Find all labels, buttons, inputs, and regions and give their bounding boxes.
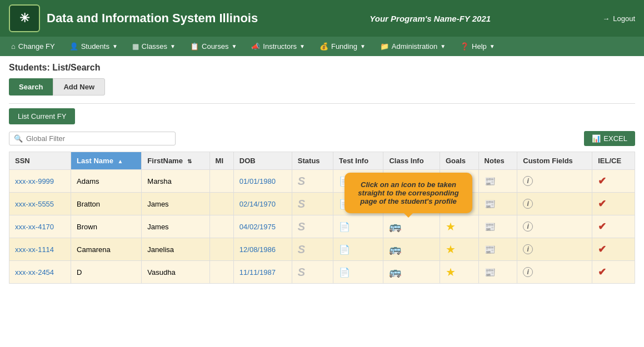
ssn-link[interactable]: xxx-xx-1114 [15, 245, 54, 254]
classes-icon: ▦ [132, 42, 139, 51]
ielce-icon[interactable]: ✔ [598, 221, 606, 232]
testinfo-icon[interactable]: 📄 [339, 267, 350, 278]
classinfo-icon[interactable]: 🚌 [389, 266, 401, 278]
ssn-link[interactable]: xxx-xx-4170 [15, 223, 54, 231]
customfields-icon[interactable]: i [523, 199, 533, 209]
ielce-icon[interactable]: ✔ [598, 266, 606, 278]
cell-goals: ★ [440, 238, 478, 261]
cell-ssn: xxx-xx-1114 [9, 238, 71, 261]
status-icon[interactable]: S [298, 220, 305, 233]
cell-ssn: xxx-xx-5555 [9, 193, 71, 215]
notes-icon[interactable]: 📰 [485, 244, 496, 255]
excel-button[interactable]: 📊 EXCEL [584, 131, 635, 146]
goals-icon[interactable]: ★ [446, 243, 456, 255]
col-firstname[interactable]: FirstName ⇅ [142, 152, 209, 170]
ssn-link[interactable]: xxx-xx-2454 [15, 268, 54, 276]
customfields-icon[interactable]: i [523, 222, 533, 232]
notes-icon[interactable]: 📰 [485, 199, 496, 209]
logout-button[interactable]: → Logout [602, 14, 635, 23]
ielce-icon[interactable]: ✔ [598, 198, 606, 209]
nav-item-classes[interactable]: ▦ Classes ▼ [126, 37, 182, 56]
col-classinfo[interactable]: Class Info [383, 152, 440, 170]
ielce-icon[interactable]: ✔ [598, 244, 606, 255]
customfields-icon[interactable]: i [523, 176, 533, 186]
cell-dob: 02/14/1970 [233, 193, 292, 215]
cell-firstname: Vasudha [142, 261, 209, 284]
col-notes[interactable]: Notes [478, 152, 517, 170]
search-button[interactable]: Search [9, 78, 53, 95]
header-left: ✳ Data and Information System Illinois [9, 4, 258, 32]
help-icon: ❓ [460, 42, 469, 51]
status-icon[interactable]: S [298, 175, 305, 187]
status-icon[interactable]: S [298, 243, 305, 255]
goals-icon[interactable]: ★ [446, 266, 456, 278]
cell-notes: 📰 [478, 170, 517, 193]
logout-icon: → [602, 14, 610, 23]
chevron-down-icon: ▼ [112, 43, 118, 49]
search-input[interactable] [26, 134, 171, 143]
testinfo-icon[interactable]: 📄 [339, 244, 350, 255]
testinfo-icon[interactable]: 📄 [339, 222, 350, 232]
chevron-down-icon: ▼ [299, 43, 305, 49]
cell-goals: ★ [440, 215, 478, 238]
cell-status: S [292, 170, 333, 193]
nav-item-courses[interactable]: 📋 Courses ▼ [183, 37, 243, 56]
page-title: Students: List/Search [9, 63, 635, 73]
col-status[interactable]: Status [292, 152, 333, 170]
cell-customfields: i [517, 261, 592, 284]
classinfo-icon[interactable]: 🚌 [389, 220, 401, 233]
classinfo-icon[interactable]: 🚌 [389, 243, 401, 255]
chevron-down-icon: ▼ [360, 43, 366, 49]
cell-status: S [292, 261, 333, 284]
notes-icon[interactable]: 📰 [485, 222, 496, 232]
cell-firstname: James [142, 193, 209, 215]
nav-item-students[interactable]: 👤 Students ▼ [63, 37, 124, 56]
ielce-icon[interactable]: ✔ [598, 175, 606, 187]
list-current-fy-button[interactable]: List Current FY [9, 108, 75, 124]
students-icon: 👤 [69, 42, 78, 51]
cell-testinfo: 📄 [333, 238, 383, 261]
cell-customfields: i [517, 170, 592, 193]
cell-classinfo: 🚌 [383, 238, 440, 261]
cell-firstname: Janelisa [142, 238, 209, 261]
customfields-icon[interactable]: i [523, 267, 533, 277]
nav-item-administration[interactable]: 📁 Administration ▼ [373, 37, 452, 56]
col-goals[interactable]: Goals [440, 152, 478, 170]
col-customfields[interactable]: Custom Fields [517, 152, 592, 170]
ssn-link[interactable]: xxx-xx-9999 [15, 177, 54, 185]
table-row: xxx-xx-2454 D Vasudha 11/11/1987 S 📄 🚌 ★… [9, 261, 635, 284]
cell-dob: 01/01/1980 [233, 170, 292, 193]
search-icon: 🔍 [14, 134, 23, 143]
status-icon[interactable]: S [298, 266, 305, 278]
col-ssn[interactable]: SSN [9, 152, 71, 170]
cell-ssn: xxx-xx-2454 [9, 261, 71, 284]
cell-testinfo: 📄 [333, 261, 383, 284]
col-testinfo[interactable]: Test Info [333, 152, 383, 170]
col-dob[interactable]: DOB [233, 152, 292, 170]
cell-lastname: Adams [71, 170, 142, 193]
nav-item-changefy[interactable]: ⌂ Change FY [4, 37, 62, 56]
nav-item-funding[interactable]: 💰 Funding ▼ [313, 37, 372, 56]
table-row: xxx-xx-4170 Brown James 04/02/1975 S 📄 🚌… [9, 215, 635, 238]
add-new-button[interactable]: Add New [53, 78, 105, 95]
col-lastname[interactable]: Last Name ▲ [71, 152, 142, 170]
logout-label[interactable]: Logout [613, 14, 635, 23]
cell-lastname: Brown [71, 215, 142, 238]
instructors-icon: 📣 [251, 42, 260, 51]
notes-icon[interactable]: 📰 [485, 267, 496, 278]
home-icon: ⌂ [11, 42, 16, 51]
col-mi[interactable]: MI [209, 152, 233, 170]
status-icon[interactable]: S [298, 198, 305, 210]
customfields-icon[interactable]: i [523, 244, 533, 254]
goals-icon[interactable]: ★ [446, 220, 456, 233]
nav-item-help[interactable]: ❓ Help ▼ [453, 37, 502, 56]
courses-icon: 📋 [190, 42, 199, 51]
col-ielce[interactable]: IEL/CE [592, 152, 635, 170]
table-row: xxx-xx-1114 Camarena Janelisa 12/08/1986… [9, 238, 635, 261]
notes-icon[interactable]: 📰 [485, 176, 496, 187]
divider [9, 103, 635, 104]
search-input-wrap[interactable]: 🔍 [9, 132, 176, 145]
ssn-link[interactable]: xxx-xx-5555 [15, 200, 54, 208]
nav-item-instructors[interactable]: 📣 Instructors ▼ [244, 37, 312, 56]
cell-classinfo: 🚌 [383, 261, 440, 284]
